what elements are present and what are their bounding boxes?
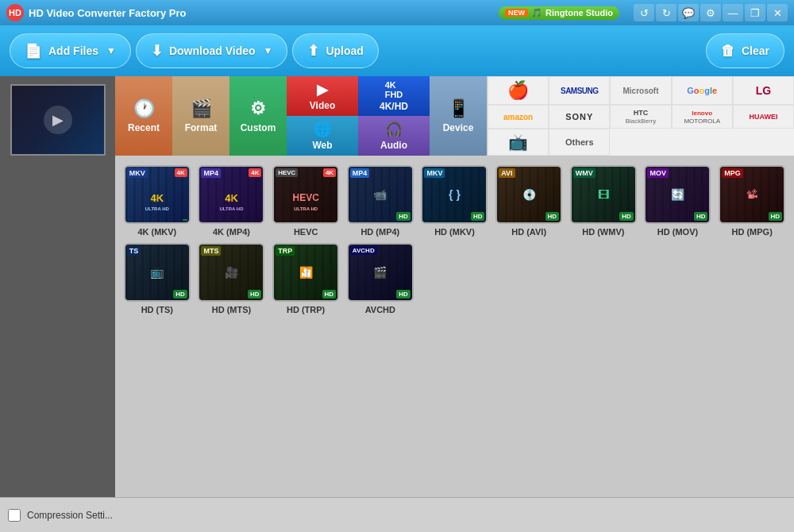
- format-icon-avihd: AVI HD 💿: [495, 165, 562, 224]
- title-bar-left: HD HD Video Converter Factory Pro: [6, 4, 186, 21]
- recent-label: Recent: [128, 122, 160, 133]
- minimize-button[interactable]: —: [723, 4, 743, 21]
- tab-format[interactable]: 🎬 Format: [172, 76, 229, 156]
- format-item-mkv4k[interactable]: MKV 4K 4K ULTRA HD 4K (MKV): [123, 165, 191, 237]
- format-item-mtshd[interactable]: MTS HD 🎥 HD (MTS): [198, 243, 266, 314]
- web-label: Web: [312, 140, 332, 151]
- redo-button[interactable]: ↻: [656, 4, 676, 21]
- format-item-movhd[interactable]: MOV HD 🔄 HD (MOV): [644, 165, 712, 237]
- media-tab-row-2: 🌐 Web 🎧 Audio: [287, 116, 430, 156]
- restore-button[interactable]: ❐: [745, 4, 765, 21]
- format-label: Format: [185, 122, 218, 133]
- download-video-button[interactable]: ⬇ Download Video ▼: [136, 33, 288, 68]
- web-icon: 🌐: [314, 121, 331, 138]
- add-files-label: Add Files: [48, 44, 98, 57]
- format-label-mp4hd: HD (MP4): [360, 227, 399, 237]
- download-icon: ⬇: [151, 42, 163, 60]
- brand-apple[interactable]: 🍎: [488, 76, 549, 105]
- app-logo: HD: [6, 4, 24, 21]
- settings-button[interactable]: ⚙: [700, 4, 721, 21]
- brand-amazon[interactable]: amazon: [488, 105, 549, 129]
- audio-label: Audio: [380, 140, 407, 151]
- clear-icon: 🗑: [721, 43, 735, 60]
- format-label-movhd: HD (MOV): [657, 227, 698, 237]
- brand-others[interactable]: Others: [549, 129, 610, 156]
- app-title: HD Video Converter Factory Pro: [29, 7, 186, 19]
- preview-panel: ▶: [0, 76, 115, 497]
- format-label-mkvhd: HD (MKV): [434, 227, 475, 237]
- format-item-mp44k[interactable]: MP4 4K 4K ULTRA HD 4K (MP4): [198, 165, 266, 237]
- format-item-mkvhd[interactable]: MKV HD { } HD (MKV): [421, 165, 489, 237]
- add-files-icon: 📄: [25, 42, 42, 60]
- format-icon-hevc: HEVC 4K HEVC ULTRA HD: [272, 165, 339, 224]
- format-item-avchd[interactable]: AVCHD HD 🎬 AVCHD: [346, 243, 414, 314]
- tab-audio[interactable]: 🎧 Audio: [358, 116, 430, 156]
- format-icon-mp4hd: MP4 HD 📹: [347, 165, 414, 224]
- format-label-avihd: HD (AVI): [511, 227, 546, 237]
- download-arrow: ▼: [264, 45, 273, 56]
- tab-custom[interactable]: ⚙ Custom: [229, 76, 287, 156]
- device-label: Device: [443, 122, 474, 133]
- clear-button[interactable]: 🗑 Clear: [706, 33, 784, 68]
- format-item-tshd[interactable]: TS HD 📺 HD (TS): [123, 243, 191, 314]
- tab-4k[interactable]: 4KFHD 4K/HD: [358, 76, 430, 116]
- upload-label: Upload: [326, 44, 363, 57]
- format-icon-trphd: TRP HD 🎦: [272, 243, 339, 302]
- tab-web[interactable]: 🌐 Web: [287, 116, 358, 156]
- toolbar: 📄 Add Files ▼ ⬇ Download Video ▼ ⬆ Uploa…: [0, 25, 794, 76]
- format-item-mpghd[interactable]: MPG HD 📽 HD (MPG): [718, 165, 786, 237]
- recent-icon: 🕐: [133, 98, 155, 119]
- format-item-mp4hd[interactable]: MP4 HD 📹 HD (MP4): [346, 165, 414, 237]
- add-files-button[interactable]: 📄 Add Files ▼: [10, 33, 131, 68]
- format-label-avchd: AVCHD: [365, 305, 395, 314]
- clear-label: Clear: [742, 44, 769, 57]
- bottom-bar: Compression Setti...: [0, 497, 794, 532]
- brand-microsoft[interactable]: Microsoft: [610, 76, 671, 105]
- category-tabs: 🕐 Recent 🎬 Format ⚙ Custom ▶ Video: [115, 76, 794, 156]
- compression-label: Compression Setti...: [27, 510, 113, 521]
- brand-lg[interactable]: LG: [733, 76, 794, 105]
- compression-checkbox[interactable]: [8, 509, 21, 522]
- brand-huawei[interactable]: HUAWEI: [733, 105, 794, 129]
- brand-sony[interactable]: SONY: [549, 105, 610, 129]
- format-item-avihd[interactable]: AVI HD 💿 HD (AVI): [495, 165, 563, 237]
- format-icon-mpghd: MPG HD 📽: [719, 165, 785, 224]
- brand-tv[interactable]: 📺: [488, 129, 549, 156]
- custom-label: Custom: [241, 122, 276, 133]
- format-icon: 🎬: [191, 98, 212, 119]
- format-icon-tshd: TS HD 📺: [124, 243, 191, 302]
- 4k-icon: 4KFHD: [385, 80, 403, 99]
- brand-samsung[interactable]: SAMSUNG: [549, 76, 610, 105]
- format-item-trphd[interactable]: TRP HD 🎦 HD (TRP): [272, 243, 340, 314]
- tab-device[interactable]: 📱 Device: [430, 76, 487, 156]
- format-icon-mkv4k: MKV 4K 4K ULTRA HD: [124, 165, 191, 224]
- format-icon-wmvhd: WMV HD 🎞: [570, 165, 637, 224]
- format-label-mpghd: HD (MPG): [731, 227, 772, 237]
- download-video-label: Download Video: [169, 44, 256, 57]
- chat-button[interactable]: 💬: [678, 4, 699, 21]
- brand-lenovo[interactable]: lenovo MOTOROLA: [672, 105, 733, 129]
- format-grid-area: MKV 4K 4K ULTRA HD 4K (MKV) MP4 4K 4K: [115, 156, 794, 497]
- format-grid: MKV 4K 4K ULTRA HD 4K (MKV) MP4 4K 4K: [123, 165, 786, 314]
- close-button[interactable]: ✕: [767, 4, 788, 21]
- tab-video[interactable]: ▶ Video: [287, 76, 358, 116]
- format-icon-movhd: MOV HD 🔄: [644, 165, 711, 224]
- format-icon-mp44k: MP4 4K 4K ULTRA HD: [198, 165, 264, 224]
- device-icon: 📱: [448, 98, 469, 119]
- title-bar: HD HD Video Converter Factory Pro NEW 🎵 …: [0, 0, 794, 25]
- brand-google[interactable]: Google: [672, 76, 733, 105]
- format-label-trphd: HD (TRP): [287, 305, 325, 314]
- play-icon: ▶: [44, 106, 72, 134]
- undo-button[interactable]: ↺: [634, 4, 654, 21]
- format-label-mtshd: HD (MTS): [212, 305, 252, 314]
- format-item-wmvhd[interactable]: WMV HD 🎞 HD (WMV): [569, 165, 638, 237]
- format-item-hevc[interactable]: HEVC 4K HEVC ULTRA HD HEVC: [272, 165, 340, 237]
- ringtone-studio-button[interactable]: NEW 🎵 Ringtone Studio: [499, 6, 619, 20]
- tab-recent[interactable]: 🕐 Recent: [115, 76, 172, 156]
- preview-thumbnail[interactable]: ▶: [10, 84, 106, 156]
- format-panel: 🕐 Recent 🎬 Format ⚙ Custom ▶ Video: [115, 76, 794, 497]
- format-label-wmvhd: HD (WMV): [582, 227, 624, 237]
- upload-button[interactable]: ⬆ Upload: [292, 33, 378, 68]
- format-label-mkv4k: 4K (MKV): [137, 227, 176, 237]
- brand-htc[interactable]: HTC BlackBerry: [610, 105, 671, 129]
